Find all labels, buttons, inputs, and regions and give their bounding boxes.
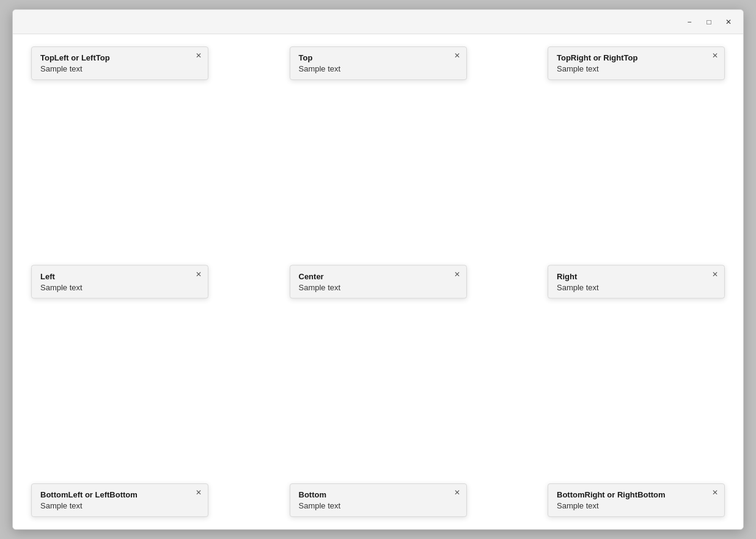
toast-topleft: TopLeft or LeftTop Sample text ✕ bbox=[31, 46, 208, 80]
toast-topright: TopRight or RightTop Sample text ✕ bbox=[548, 46, 725, 80]
main-window: − □ ✕ TopLeft or LeftTop Sample text ✕ T… bbox=[12, 9, 744, 530]
toast-bottomleft: BottomLeft or LeftBottom Sample text ✕ bbox=[31, 483, 208, 517]
toast-topleft-title: TopLeft or LeftTop bbox=[40, 53, 186, 62]
toast-center-body: Sample text bbox=[299, 283, 444, 292]
toast-bottomright-close[interactable]: ✕ bbox=[712, 489, 718, 496]
toast-topright-title: TopRight or RightTop bbox=[557, 53, 702, 62]
toast-bottomright-body: Sample text bbox=[557, 501, 702, 510]
toast-bottom-close[interactable]: ✕ bbox=[454, 489, 460, 496]
toast-bottomleft-title: BottomLeft or LeftBottom bbox=[40, 490, 186, 499]
toast-top-title: Top bbox=[299, 53, 444, 62]
toast-bottom-title: Bottom bbox=[299, 490, 444, 499]
toast-topright-close[interactable]: ✕ bbox=[712, 52, 718, 59]
toast-left: Left Sample text ✕ bbox=[31, 265, 208, 299]
toast-top-close[interactable]: ✕ bbox=[454, 52, 460, 59]
toast-bottomright: BottomRight or RightBottom Sample text ✕ bbox=[548, 483, 725, 517]
toast-bottomleft-close[interactable]: ✕ bbox=[196, 489, 202, 496]
toast-bottomright-title: BottomRight or RightBottom bbox=[557, 490, 702, 499]
toast-top: Top Sample text ✕ bbox=[290, 46, 467, 80]
toast-center-title: Center bbox=[299, 272, 444, 281]
toast-bottomleft-body: Sample text bbox=[40, 501, 186, 510]
toast-right: Right Sample text ✕ bbox=[548, 265, 725, 299]
toast-right-title: Right bbox=[557, 272, 702, 281]
toast-left-close[interactable]: ✕ bbox=[196, 271, 202, 278]
toast-right-close[interactable]: ✕ bbox=[712, 271, 718, 278]
toast-center: Center Sample text ✕ bbox=[290, 265, 467, 299]
toast-topright-body: Sample text bbox=[557, 64, 702, 73]
close-button[interactable]: ✕ bbox=[719, 13, 738, 31]
maximize-button[interactable]: □ bbox=[699, 13, 719, 31]
minimize-button[interactable]: − bbox=[680, 13, 699, 31]
titlebar: − □ ✕ bbox=[13, 10, 743, 34]
toast-left-title: Left bbox=[40, 272, 186, 281]
toast-top-body: Sample text bbox=[299, 64, 444, 73]
toast-topleft-close[interactable]: ✕ bbox=[196, 52, 202, 59]
toast-left-body: Sample text bbox=[40, 283, 186, 292]
content-area: TopLeft or LeftTop Sample text ✕ Top Sam… bbox=[13, 34, 743, 529]
toast-bottom: Bottom Sample text ✕ bbox=[290, 483, 467, 517]
toast-bottom-body: Sample text bbox=[299, 501, 444, 510]
toast-right-body: Sample text bbox=[557, 283, 702, 292]
toast-center-close[interactable]: ✕ bbox=[454, 271, 460, 278]
toast-topleft-body: Sample text bbox=[40, 64, 186, 73]
